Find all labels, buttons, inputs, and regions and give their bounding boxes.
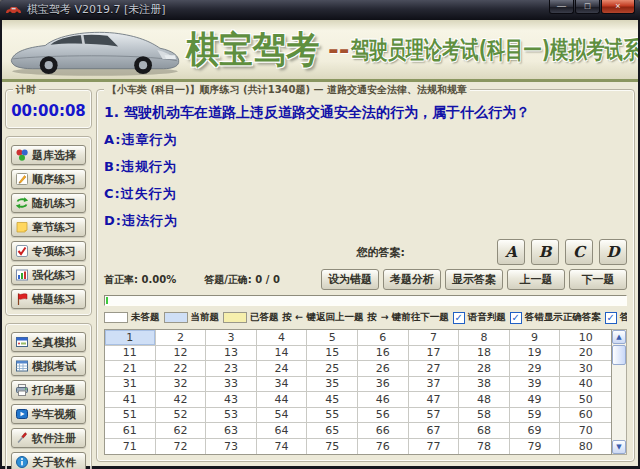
grid-cell-59[interactable]: 59: [510, 408, 561, 424]
grid-cell-65[interactable]: 65: [307, 423, 358, 439]
grid-cell-47[interactable]: 47: [409, 392, 460, 408]
grid-cell-51[interactable]: 51: [105, 408, 156, 424]
grid-cell-34[interactable]: 34: [257, 377, 308, 393]
grid-cell-45[interactable]: 45: [307, 392, 358, 408]
scroll-track[interactable]: [612, 366, 626, 440]
grid-cell-42[interactable]: 42: [156, 392, 207, 408]
grid-cell-25[interactable]: 25: [307, 361, 358, 377]
sidebar-button-wrong-questions[interactable]: 错题练习: [11, 289, 86, 309]
grid-cell-44[interactable]: 44: [257, 392, 308, 408]
grid-cell-29[interactable]: 29: [510, 361, 561, 377]
grid-cell-4[interactable]: 4: [257, 330, 308, 346]
voice-judge-checkbox[interactable]: [453, 312, 465, 324]
grid-cell-18[interactable]: 18: [459, 346, 510, 362]
sidebar-button-videos[interactable]: 学车视频: [11, 404, 86, 424]
grid-cell-68[interactable]: 68: [459, 423, 510, 439]
grid-cell-80[interactable]: 80: [560, 439, 611, 455]
grid-cell-14[interactable]: 14: [257, 346, 308, 362]
grid-cell-62[interactable]: 62: [156, 423, 207, 439]
mark-wrong-button[interactable]: 设为错题: [321, 269, 379, 290]
minimize-button[interactable]: —: [549, 0, 574, 14]
grid-cell-15[interactable]: 15: [307, 346, 358, 362]
answer-d-button[interactable]: D: [599, 239, 627, 265]
grid-cell-50[interactable]: 50: [560, 392, 611, 408]
grid-cell-22[interactable]: 22: [156, 361, 207, 377]
grid-cell-64[interactable]: 64: [257, 423, 308, 439]
grid-cell-52[interactable]: 52: [156, 408, 207, 424]
grid-scrollbar[interactable]: ▲ ▼: [612, 329, 627, 455]
grid-cell-1[interactable]: 1: [105, 330, 156, 346]
grid-cell-56[interactable]: 56: [358, 408, 409, 424]
scroll-thumb[interactable]: [612, 345, 626, 365]
sidebar-button-special[interactable]: 专项练习: [11, 241, 86, 261]
grid-cell-35[interactable]: 35: [307, 377, 358, 393]
option-b[interactable]: B:违规行为: [104, 158, 627, 176]
answer-b-button[interactable]: B: [531, 239, 559, 265]
sidebar-button-about[interactable]: 关于软件: [11, 452, 86, 469]
grid-cell-20[interactable]: 20: [560, 346, 611, 362]
grid-cell-37[interactable]: 37: [409, 377, 460, 393]
grid-cell-11[interactable]: 11: [105, 346, 156, 362]
grid-cell-48[interactable]: 48: [459, 392, 510, 408]
grid-cell-54[interactable]: 54: [257, 408, 308, 424]
grid-cell-70[interactable]: 70: [560, 423, 611, 439]
sidebar-button-full-simulation[interactable]: 全真模拟: [11, 332, 86, 352]
grid-cell-58[interactable]: 58: [459, 408, 510, 424]
grid-cell-76[interactable]: 76: [358, 439, 409, 455]
sidebar-button-random[interactable]: 随机练习: [11, 193, 86, 213]
grid-cell-71[interactable]: 71: [105, 439, 156, 455]
grid-cell-12[interactable]: 12: [156, 346, 207, 362]
grid-cell-30[interactable]: 30: [560, 361, 611, 377]
grid-cell-10[interactable]: 10: [560, 330, 611, 346]
previous-question-button[interactable]: 上一题: [507, 269, 565, 290]
grid-cell-40[interactable]: 40: [560, 377, 611, 393]
scroll-down-icon[interactable]: ▼: [612, 440, 626, 454]
show-answer-button[interactable]: 显示答案: [445, 269, 503, 290]
sidebar-button-chapter[interactable]: 章节练习: [11, 217, 86, 237]
grid-cell-41[interactable]: 41: [105, 392, 156, 408]
grid-cell-27[interactable]: 27: [409, 361, 460, 377]
grid-cell-77[interactable]: 77: [409, 439, 460, 455]
sidebar-button-register[interactable]: 软件注册: [11, 428, 86, 448]
grid-cell-57[interactable]: 57: [409, 408, 460, 424]
grid-cell-39[interactable]: 39: [510, 377, 561, 393]
grid-cell-49[interactable]: 49: [510, 392, 561, 408]
grid-cell-43[interactable]: 43: [206, 392, 257, 408]
next-question-button[interactable]: 下一题: [569, 269, 627, 290]
grid-cell-33[interactable]: 33: [206, 377, 257, 393]
grid-cell-63[interactable]: 63: [206, 423, 257, 439]
grid-cell-21[interactable]: 21: [105, 361, 156, 377]
grid-cell-23[interactable]: 23: [206, 361, 257, 377]
grid-cell-55[interactable]: 55: [307, 408, 358, 424]
grid-cell-3[interactable]: 3: [206, 330, 257, 346]
grid-cell-72[interactable]: 72: [156, 439, 207, 455]
grid-cell-32[interactable]: 32: [156, 377, 207, 393]
analysis-button[interactable]: 考题分析: [383, 269, 441, 290]
grid-cell-26[interactable]: 26: [358, 361, 409, 377]
sidebar-button-mock-exam[interactable]: 模拟考试: [11, 356, 86, 376]
close-button[interactable]: ×: [601, 0, 635, 14]
grid-cell-2[interactable]: 2: [156, 330, 207, 346]
answer-a-button[interactable]: A: [497, 239, 525, 265]
grid-cell-7[interactable]: 7: [409, 330, 460, 346]
grid-cell-8[interactable]: 8: [459, 330, 510, 346]
answer-c-button[interactable]: C: [565, 239, 593, 265]
grid-cell-31[interactable]: 31: [105, 377, 156, 393]
grid-cell-36[interactable]: 36: [358, 377, 409, 393]
sidebar-button-question-bank[interactable]: 题库选择: [11, 145, 86, 165]
grid-cell-61[interactable]: 61: [105, 423, 156, 439]
grid-cell-67[interactable]: 67: [409, 423, 460, 439]
grid-cell-69[interactable]: 69: [510, 423, 561, 439]
maximize-button[interactable]: □: [575, 0, 600, 14]
grid-cell-6[interactable]: 6: [358, 330, 409, 346]
grid-cell-53[interactable]: 53: [206, 408, 257, 424]
grid-cell-13[interactable]: 13: [206, 346, 257, 362]
grid-cell-38[interactable]: 38: [459, 377, 510, 393]
sidebar-button-intensive[interactable]: 强化练习: [11, 265, 86, 285]
grid-cell-19[interactable]: 19: [510, 346, 561, 362]
grid-cell-16[interactable]: 16: [358, 346, 409, 362]
auto-next-checkbox[interactable]: [605, 312, 617, 324]
grid-cell-17[interactable]: 17: [409, 346, 460, 362]
grid-cell-73[interactable]: 73: [206, 439, 257, 455]
sidebar-button-sequential[interactable]: 顺序练习: [11, 169, 86, 189]
